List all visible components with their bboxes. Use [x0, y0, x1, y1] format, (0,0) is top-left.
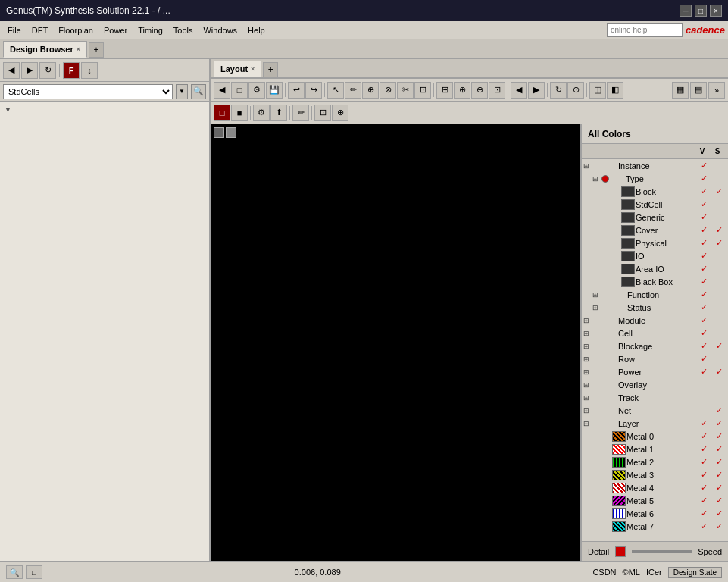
- s-check-metal6[interactable]: ✓: [711, 508, 726, 518]
- v-check-layer[interactable]: ✓: [696, 418, 711, 428]
- maximize-button[interactable]: □: [695, 5, 707, 17]
- ct-row-power[interactable]: ⊞Power✓✓: [582, 365, 728, 378]
- filter-search-button[interactable]: 🔍: [191, 84, 206, 99]
- ct-row-metal0[interactable]: Metal 0✓✓: [582, 430, 728, 443]
- lt-view2[interactable]: ▤: [690, 82, 707, 99]
- expand-instance[interactable]: ⊞: [583, 162, 592, 170]
- filter-select[interactable]: StdCells: [3, 84, 173, 99]
- lt-undo[interactable]: ↩: [288, 82, 305, 99]
- radio-type[interactable]: [601, 175, 609, 183]
- menu-tools[interactable]: Tools: [169, 24, 198, 36]
- v-check-blockage[interactable]: ✓: [696, 341, 711, 351]
- s-check-layer[interactable]: ✓: [711, 418, 726, 428]
- lt2-color[interactable]: ■: [231, 105, 248, 121]
- ct-row-function[interactable]: ⊞Function✓: [582, 288, 728, 301]
- lt-cut[interactable]: ✂: [397, 82, 414, 99]
- ct-row-net[interactable]: ⊞Net✓: [582, 404, 728, 417]
- canvas-area[interactable]: [211, 124, 580, 561]
- expand-track[interactable]: ⊞: [583, 394, 592, 402]
- lt-pointer[interactable]: ↖: [327, 82, 344, 99]
- lt-view1[interactable]: ▦: [672, 82, 689, 99]
- s-check-blockage[interactable]: ✓: [711, 341, 726, 351]
- ct-row-type[interactable]: ⊟Type✓: [582, 172, 728, 185]
- v-check-function[interactable]: ✓: [696, 289, 711, 299]
- expand-module[interactable]: ⊞: [583, 317, 592, 324]
- ct-row-areaio[interactable]: Area IO✓: [582, 262, 728, 275]
- s-check-power[interactable]: ✓: [711, 367, 726, 377]
- s-check-net[interactable]: ✓: [711, 405, 726, 415]
- lt-refresh2[interactable]: ↻: [550, 82, 567, 99]
- v-check-cell[interactable]: ✓: [696, 328, 711, 338]
- s-check-cover[interactable]: ✓: [711, 225, 726, 235]
- filter-button[interactable]: F: [63, 62, 80, 79]
- expand-overlay[interactable]: ⊞: [583, 381, 592, 389]
- tab-layout-close[interactable]: ×: [251, 65, 255, 73]
- lt-redo[interactable]: ↪: [305, 82, 322, 99]
- expand-cell[interactable]: ⊞: [583, 330, 592, 337]
- tree-item-root[interactable]: ▼: [2, 103, 208, 117]
- ct-row-overlay[interactable]: ⊞Overlay: [582, 378, 728, 391]
- lt2-paste[interactable]: ⊕: [332, 105, 348, 121]
- lt-wire[interactable]: ⊕: [362, 82, 379, 99]
- v-check-module[interactable]: ✓: [696, 315, 711, 325]
- v-check-cover[interactable]: ✓: [696, 225, 711, 235]
- v-check-metal7[interactable]: ✓: [696, 521, 711, 531]
- lt-zoom-in[interactable]: ⊕: [454, 82, 470, 99]
- lt2-copy[interactable]: ⊡: [314, 105, 331, 121]
- ct-row-metal5[interactable]: Metal 5✓✓: [582, 494, 728, 507]
- expand-type[interactable]: ⊟: [592, 175, 601, 183]
- v-check-row[interactable]: ✓: [696, 354, 711, 364]
- zoom-box-btn[interactable]: □: [26, 565, 42, 579]
- lt2-gear[interactable]: ⚙: [253, 105, 270, 121]
- lt-zoom-out[interactable]: ⊖: [471, 82, 488, 99]
- lt-place[interactable]: ⊡: [414, 82, 431, 99]
- expand-status[interactable]: ⊞: [592, 304, 601, 311]
- ct-row-metal4[interactable]: Metal 4✓✓: [582, 481, 728, 494]
- expand-net[interactable]: ⊞: [583, 407, 592, 415]
- expand-power[interactable]: ⊞: [583, 368, 592, 376]
- ct-row-cell[interactable]: ⊞Cell✓: [582, 327, 728, 340]
- ct-row-metal7[interactable]: Metal 7✓✓: [582, 520, 728, 533]
- lt-extra2[interactable]: ◧: [607, 82, 623, 99]
- ct-row-cover[interactable]: Cover✓✓: [582, 224, 728, 236]
- search-input[interactable]: [607, 23, 683, 37]
- layout-tab-add-button[interactable]: +: [263, 62, 278, 77]
- ct-row-io[interactable]: IO✓: [582, 249, 728, 262]
- menu-file[interactable]: File: [3, 24, 26, 36]
- s-check-metal3[interactable]: ✓: [711, 470, 726, 480]
- ct-row-row[interactable]: ⊞Row✓: [582, 352, 728, 365]
- ct-row-metal2[interactable]: Metal 2✓✓: [582, 455, 728, 468]
- menu-help[interactable]: Help: [243, 24, 270, 36]
- v-check-metal3[interactable]: ✓: [696, 470, 711, 480]
- s-check-metal5[interactable]: ✓: [711, 496, 726, 505]
- zoom-in-btn[interactable]: 🔍: [6, 565, 23, 579]
- v-check-io[interactable]: ✓: [696, 251, 711, 261]
- menu-power[interactable]: Power: [99, 24, 132, 36]
- menu-floorplan[interactable]: Floorplan: [54, 24, 98, 36]
- s-check-physical[interactable]: ✓: [711, 238, 726, 248]
- tab-design-browser-close[interactable]: ×: [77, 45, 80, 53]
- s-check-metal7[interactable]: ✓: [711, 521, 726, 531]
- ct-row-generic[interactable]: Generic✓: [582, 211, 728, 224]
- v-check-physical[interactable]: ✓: [696, 238, 711, 248]
- v-check-type[interactable]: ✓: [696, 174, 711, 183]
- v-check-instance[interactable]: ✓: [696, 161, 711, 171]
- s-check-metal1[interactable]: ✓: [711, 444, 726, 454]
- s-check-metal0[interactable]: ✓: [711, 431, 726, 441]
- v-check-areaio[interactable]: ✓: [696, 264, 711, 274]
- v-check-metal5[interactable]: ✓: [696, 496, 711, 505]
- tab-add-button[interactable]: +: [89, 42, 104, 58]
- v-check-metal6[interactable]: ✓: [696, 508, 711, 518]
- v-check-power[interactable]: ✓: [696, 367, 711, 377]
- menu-dft[interactable]: DFT: [27, 24, 52, 36]
- nav-back-button[interactable]: ◀: [3, 62, 20, 79]
- menu-timing[interactable]: Timing: [133, 24, 167, 36]
- lt-extra1[interactable]: ◫: [589, 82, 606, 99]
- lt-route[interactable]: ⊗: [380, 82, 396, 99]
- minimize-button[interactable]: ─: [680, 5, 692, 17]
- ct-row-metal1[interactable]: Metal 1✓✓: [582, 443, 728, 455]
- expand-blockage[interactable]: ⊞: [583, 343, 592, 350]
- v-check-metal4[interactable]: ✓: [696, 483, 711, 493]
- expand-row[interactable]: ⊞: [583, 355, 592, 363]
- lt-draw[interactable]: ✏: [345, 82, 361, 99]
